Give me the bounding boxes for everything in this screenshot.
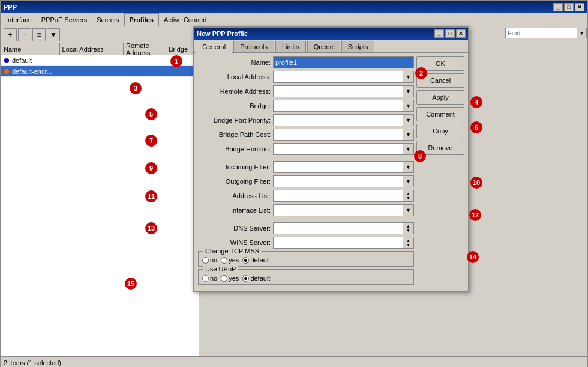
minimize-button[interactable]: _: [553, 3, 563, 11]
title-bar-controls: _ □ ✕: [553, 3, 584, 11]
tab-limits[interactable]: Limits: [275, 41, 306, 52]
row-cell-name: default-encr...: [12, 68, 70, 75]
bridge-path-cost-input[interactable]: [274, 129, 403, 140]
col-header-local[interactable]: Local Address: [60, 43, 124, 55]
wins-server-select[interactable]: ▲▼: [273, 237, 414, 249]
bridge-horizon-input[interactable]: [274, 144, 403, 154]
interface-list-input[interactable]: [274, 205, 403, 216]
bridge-input[interactable]: [274, 100, 403, 111]
menu-item-profiles[interactable]: Profiles: [124, 13, 159, 26]
outgoing-filter-select[interactable]: ▼: [273, 175, 414, 187]
find-input[interactable]: [505, 28, 577, 38]
bridge-port-priority-label: Bridge Port Priority:: [198, 117, 273, 124]
menu-item-active-connections[interactable]: Active Conned: [159, 13, 212, 26]
bridge-label: Bridge:: [198, 102, 273, 109]
remote-address-input[interactable]: [274, 86, 403, 97]
dialog-maximize-button[interactable]: □: [445, 29, 455, 38]
wins-server-spinner-button[interactable]: ▲▼: [403, 237, 413, 248]
address-list-select[interactable]: ▲▼: [273, 190, 414, 202]
change-tcp-mss-group: Change TCP MSS no yes default: [198, 251, 414, 267]
incoming-filter-select[interactable]: ▼: [273, 161, 414, 173]
outgoing-filter-label: Outgoing Filter:: [198, 178, 273, 185]
settings-button[interactable]: ≡: [32, 28, 46, 41]
bridge-horizon-dropdown-button[interactable]: ▼: [403, 144, 413, 154]
dialog-title-bar: New PPP Profile _ □ ✕: [194, 28, 468, 40]
find-bar: ▼: [505, 26, 587, 40]
col-header-name[interactable]: Name: [1, 43, 60, 55]
bridge-port-priority-select[interactable]: ▼: [273, 114, 414, 126]
tcp-mss-default-label: default: [250, 256, 270, 264]
maximize-button[interactable]: □: [564, 3, 574, 11]
upnp-radio-yes-button[interactable]: [221, 275, 227, 282]
tcp-mss-radio-yes[interactable]: yes: [221, 256, 239, 264]
local-address-input[interactable]: [274, 71, 403, 82]
form-row-wins-server: WINS Server: ▲▼: [198, 237, 414, 249]
address-list-spinner-button[interactable]: ▲▼: [403, 190, 413, 201]
bridge-path-cost-label: Bridge Path Cost:: [198, 131, 273, 138]
tcp-mss-yes-label: yes: [229, 256, 239, 264]
upnp-radio-default-button[interactable]: [242, 275, 249, 282]
bridge-path-cost-dropdown-button[interactable]: ▼: [403, 129, 413, 140]
upnp-radio-default[interactable]: default: [242, 274, 270, 282]
address-list-input[interactable]: [274, 190, 403, 201]
dialog: New PPP Profile _ □ ✕ General Protocols …: [193, 26, 469, 292]
upnp-radio-yes[interactable]: yes: [221, 274, 239, 282]
status-bar: 2 items (1 selected): [1, 356, 587, 367]
tab-scripts[interactable]: Scripts: [341, 41, 375, 52]
outgoing-filter-input[interactable]: [274, 176, 403, 187]
wins-server-input[interactable]: [274, 237, 403, 248]
filter-button[interactable]: ▼: [47, 28, 60, 41]
remote-address-select[interactable]: ▼: [273, 85, 414, 97]
comment-button[interactable]: Comment: [416, 107, 464, 121]
interface-list-dropdown-button[interactable]: ▼: [403, 205, 413, 216]
bridge-port-priority-input[interactable]: [274, 115, 403, 126]
tcp-mss-radio-default[interactable]: default: [242, 256, 270, 264]
dns-server-input[interactable]: [274, 223, 403, 234]
tcp-mss-radio-no[interactable]: no: [202, 256, 217, 264]
bridge-horizon-select[interactable]: ▼: [273, 143, 414, 155]
menu-item-secrets[interactable]: Secrets: [92, 13, 124, 26]
dns-server-select[interactable]: ▲▼: [273, 222, 414, 234]
tab-queue[interactable]: Queue: [307, 41, 340, 52]
upnp-radio-no-button[interactable]: [202, 275, 209, 282]
dns-server-label: DNS Server:: [198, 225, 273, 232]
bridge-path-cost-select[interactable]: ▼: [273, 129, 414, 141]
close-button[interactable]: ✕: [575, 3, 584, 11]
incoming-filter-dropdown-button[interactable]: ▼: [403, 162, 413, 172]
incoming-filter-input[interactable]: [274, 162, 403, 172]
bridge-port-priority-dropdown-button[interactable]: ▼: [403, 115, 413, 126]
local-address-select[interactable]: ▼: [273, 71, 414, 83]
upnp-default-label: default: [250, 274, 270, 282]
tab-general[interactable]: General: [196, 41, 232, 53]
tcp-mss-radio-yes-button[interactable]: [221, 257, 227, 264]
list-row[interactable]: default-encr...: [1, 66, 199, 77]
badge-11: 11: [145, 190, 157, 202]
main-window: PPP _ □ ✕ Interface PPPoE Servers Secret…: [0, 0, 588, 367]
dns-server-spinner-button[interactable]: ▲▼: [403, 223, 413, 234]
tcp-mss-radio-default-button[interactable]: [242, 257, 249, 264]
upnp-radio-no[interactable]: no: [202, 274, 217, 282]
remove-button[interactable]: −: [18, 28, 31, 41]
tcp-mss-radio-no-button[interactable]: [202, 257, 209, 264]
bridge-select[interactable]: ▼: [273, 100, 414, 112]
add-button[interactable]: +: [4, 28, 17, 41]
tab-protocols[interactable]: Protocols: [233, 41, 274, 52]
interface-list-select[interactable]: ▼: [273, 204, 414, 216]
badge-14: 14: [467, 251, 479, 263]
bridge-dropdown-button[interactable]: ▼: [403, 100, 413, 111]
remote-address-dropdown-button[interactable]: ▼: [403, 86, 413, 97]
menu-item-interface[interactable]: Interface: [1, 13, 37, 26]
dialog-minimize-button[interactable]: _: [434, 29, 444, 38]
local-address-dropdown-button[interactable]: ▼: [403, 71, 413, 82]
apply-button[interactable]: Apply: [416, 90, 464, 105]
copy-button[interactable]: Copy: [416, 124, 464, 138]
find-dropdown-button[interactable]: ▼: [577, 28, 587, 38]
upnp-yes-label: yes: [229, 274, 239, 282]
dialog-close-button[interactable]: ✕: [456, 29, 466, 38]
menu-item-pppoe-servers[interactable]: PPPoE Servers: [37, 13, 92, 26]
list-row[interactable]: default: [1, 55, 199, 66]
outgoing-filter-dropdown-button[interactable]: ▼: [403, 176, 413, 187]
name-input[interactable]: [273, 56, 414, 68]
col-header-remote[interactable]: Remote Address: [124, 43, 166, 55]
menu-bar: Interface PPPoE Servers Secrets Profiles…: [1, 13, 587, 26]
